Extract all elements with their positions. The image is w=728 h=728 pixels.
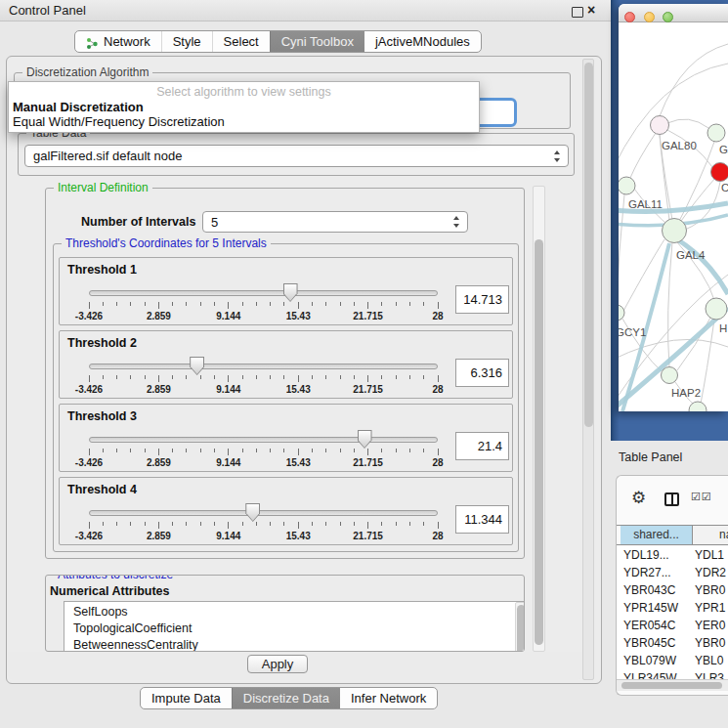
tab-cyni-toolbox[interactable]: Cyni Toolbox [270,31,364,52]
tab-label: Network [104,31,150,52]
threshold-value-field[interactable]: 6.316 [455,359,509,387]
table-rows[interactable]: YDL19...YDL1YDR27...YDR2YBR043CYBR0YPR14… [617,546,728,679]
table-row[interactable]: YDL19...YDL1 [617,546,728,564]
slider-tick [214,522,215,526]
table-row[interactable]: YLR345WYLR3 [617,669,728,679]
slider-thumb[interactable] [283,283,298,302]
network-node-gal80[interactable] [651,116,669,135]
slider-thumb[interactable] [245,503,260,522]
attribute-item-betweennesscentrality[interactable]: BetweennessCentrality [64,637,525,652]
tab-jactivemnodules[interactable]: jActiveMNodules [364,31,481,52]
bottom-tab-strip: Impute DataDiscretize DataInfer Network [140,687,438,709]
network-node-label: C [721,182,728,193]
tab-select[interactable]: Select [212,31,270,52]
slider-tick [381,522,382,526]
attributes-list-scrollbar-thumb[interactable] [517,605,525,652]
slider-tick-label: 28 [432,531,443,541]
threshold-label: Threshold 2 [67,336,137,350]
slider-tick [423,449,424,452]
table-row[interactable]: YBR043CYBR0 [617,581,728,599]
slider-tick-label: 21.715 [353,384,383,395]
table-row[interactable]: YER054CYER0 [617,617,728,634]
slider-thumb[interactable] [358,430,372,449]
checkbox-icons[interactable]: ☑☑ [691,491,712,503]
network-edge[interactable] [667,119,708,128]
threshold-value-field[interactable]: 21.4 [455,432,509,460]
slider-tick [325,522,326,526]
gear-icon[interactable]: ⚙ [631,488,646,508]
table-row[interactable]: YBL079WYBL0 [617,652,728,669]
apply-button[interactable]: Apply [247,655,308,673]
panel-scrollbar-thumb[interactable] [584,63,593,427]
popup-option-manual-discretization[interactable]: Manual Discretization [9,100,479,114]
table-data-combobox[interactable]: galFiltered.sif default node [24,145,569,167]
slider-tick [396,449,397,452]
table-data-combobox-value: galFiltered.sif default node [25,146,568,166]
network-node-hap2[interactable] [662,367,678,384]
network-edge[interactable] [668,242,672,367]
network-canvas[interactable]: GAL80GACGAL11GAL4HGCY1HAP2 [619,22,728,411]
slider-thumb[interactable] [190,357,204,375]
slider-tick [312,375,313,379]
network-edge[interactable] [630,133,656,178]
slider-tick [103,302,104,306]
slider-tick [130,449,131,452]
float-window-icon[interactable] [572,7,583,18]
table-row[interactable]: YDR27...YDR2 [617,564,728,581]
slider-tick [270,522,271,526]
tab-style[interactable]: Style [161,31,212,52]
network-window: GAL80GACGAL11GAL4HGCY1HAP2 [619,4,728,411]
table-horizontal-scrollbar[interactable] [617,679,728,691]
attribute-item-topologicalcoefficient[interactable]: TopologicalCoefficient [64,621,525,637]
network-node-label: HAP2 [671,387,701,399]
tab-impute-data[interactable]: Impute Data [141,688,232,708]
zoom-traffic-light-icon[interactable] [663,12,673,22]
threshold-value-field[interactable]: 11.344 [455,505,509,534]
threshold-value-field[interactable]: 14.713 [455,285,509,314]
slider-tick [270,375,271,379]
slider-track[interactable] [89,510,438,516]
slider-tick [381,449,382,452]
close-icon[interactable]: × [587,2,595,18]
network-node-gal11[interactable] [619,177,635,194]
settings-scrollbar[interactable] [533,186,545,652]
close-traffic-light-icon[interactable] [624,12,635,22]
column-header-name[interactable]: na [693,526,728,544]
network-node-label: GCY1 [619,326,646,338]
tab-network[interactable]: Network [75,31,161,52]
network-node-gal4[interactable] [663,219,687,243]
slider-tick [312,302,313,306]
network-edge-thick[interactable] [677,239,728,294]
network-node-ga[interactable] [707,124,725,142]
network-node-gcy1[interactable] [619,305,624,321]
network-node-h[interactable] [706,298,727,320]
popup-option-equal-width-frequency[interactable]: Equal Width/Frequency Discretization [9,114,479,129]
column-header-shared-name[interactable]: shared... [621,526,693,544]
table-horizontal-scrollbar-thumb[interactable] [621,682,722,689]
network-edge[interactable] [660,44,728,116]
slider-track[interactable] [89,364,438,369]
numerical-attributes-list[interactable]: SelfLoopsTopologicalCoefficientBetweenne… [64,601,525,652]
slider-track[interactable] [89,437,438,443]
attribute-item-selfloops[interactable]: SelfLoops [64,604,525,621]
network-node-c[interactable] [711,163,728,182]
table-row[interactable]: YBR045CYBR0 [617,634,728,652]
settings-scrollbar-thumb[interactable] [535,239,543,645]
tab-label: Discretize Data [243,688,329,708]
network-edge[interactable] [619,64,728,169]
panel-scrollbar[interactable] [582,59,594,680]
cell-shared-name: YPR145W [617,599,687,617]
tab-infer-network[interactable]: Infer Network [340,688,437,708]
minimize-traffic-light-icon[interactable] [644,12,655,22]
slider-track[interactable] [89,290,438,296]
slider-tick [172,522,173,526]
attributes-list-scrollbar[interactable] [515,602,525,652]
slider-tick [381,302,382,306]
tab-discretize-data[interactable]: Discretize Data [232,688,340,708]
slider-tick [256,302,257,306]
table-row[interactable]: YPR145WYPR1 [617,599,728,617]
slider-tick [145,449,146,452]
split-table-icon[interactable] [664,492,679,506]
number-of-intervals-value: 5 [203,212,467,233]
number-of-intervals-combobox[interactable]: 5 [202,211,468,233]
